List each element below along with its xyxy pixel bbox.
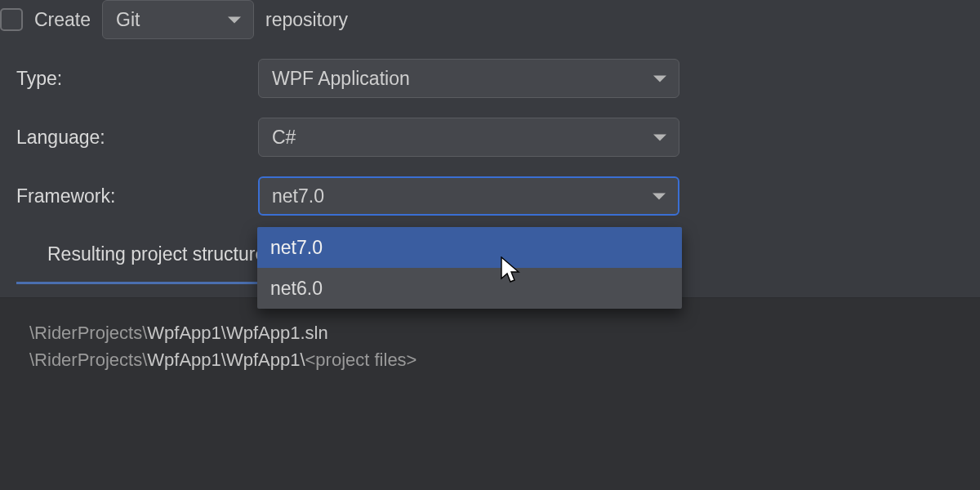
chevron-down-icon xyxy=(653,74,667,84)
structure-path-dim: \RiderProjects\ xyxy=(29,323,147,343)
structure-path-dim: \RiderProjects\ xyxy=(29,350,147,370)
language-row: Language: C# xyxy=(16,118,980,157)
create-repo-checkbox[interactable] xyxy=(0,8,23,31)
type-selected-value: WPF Application xyxy=(272,68,410,90)
resulting-structure-header: Resulting project structure xyxy=(16,243,265,284)
project-structure-panel: \RiderProjects\WpfApp1\WpfApp1.sln \Ride… xyxy=(0,297,980,490)
framework-option-label: net6.0 xyxy=(270,278,323,300)
structure-path: WpfApp1\WpfApp1\ xyxy=(147,350,305,370)
framework-option-net6[interactable]: net6.0 xyxy=(257,268,682,309)
language-select[interactable]: C# xyxy=(258,118,679,157)
framework-option-label: net7.0 xyxy=(270,237,323,259)
language-label: Language: xyxy=(16,127,258,149)
chevron-down-icon xyxy=(227,16,242,25)
framework-dropdown: net7.0 net6.0 xyxy=(257,227,682,309)
structure-placeholder: <project files> xyxy=(305,350,417,370)
framework-row: Framework: net7.0 xyxy=(16,176,980,216)
language-selected-value: C# xyxy=(272,127,296,149)
vcs-select[interactable]: Git xyxy=(102,0,254,39)
create-label: Create xyxy=(34,9,91,31)
structure-line: \RiderProjects\WpfApp1\WpfApp1\<project … xyxy=(29,346,951,373)
framework-label: Framework: xyxy=(16,185,258,207)
framework-selected-value: net7.0 xyxy=(272,185,324,207)
create-repo-row: Create Git repository xyxy=(0,0,980,39)
resulting-structure-label: Resulting project structure xyxy=(47,243,265,265)
type-label: Type: xyxy=(16,68,258,90)
structure-path: WpfApp1\WpfApp1.sln xyxy=(147,323,327,343)
type-row: Type: WPF Application xyxy=(16,59,980,98)
framework-select[interactable]: net7.0 xyxy=(258,176,679,216)
repo-suffix-label: repository xyxy=(265,9,348,31)
chevron-down-icon xyxy=(653,133,667,143)
framework-option-net7[interactable]: net7.0 xyxy=(257,227,682,268)
structure-line: \RiderProjects\WpfApp1\WpfApp1.sln xyxy=(29,319,951,346)
vcs-selected-value: Git xyxy=(116,9,140,31)
chevron-down-icon xyxy=(652,192,666,202)
type-select[interactable]: WPF Application xyxy=(258,59,679,98)
